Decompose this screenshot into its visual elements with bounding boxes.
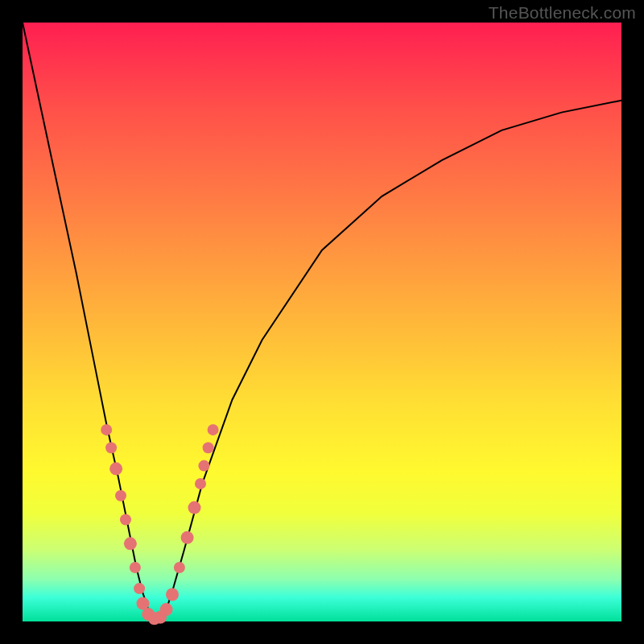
bead-marker [203, 442, 214, 453]
bead-marker [181, 531, 194, 544]
bead-marker [174, 562, 185, 573]
bead-marker [105, 442, 117, 453]
bead-marker [120, 514, 131, 526]
bead-marker [188, 502, 201, 514]
bead-marker [134, 583, 145, 594]
bead-marker [130, 562, 141, 573]
chart-frame: TheBottleneck.com [0, 0, 644, 644]
bottleneck-curve [23, 23, 621, 621]
bead-marker [101, 424, 112, 436]
bead-marker [115, 490, 126, 502]
bead-marker [208, 424, 219, 436]
bead-marker [124, 537, 137, 550]
bead-marker [166, 588, 179, 601]
bead-markers [101, 424, 218, 625]
curve-svg [23, 23, 621, 621]
plot-area [23, 23, 621, 621]
bead-marker [109, 462, 122, 475]
bead-marker [195, 478, 206, 489]
watermark-text: TheBottleneck.com [489, 3, 636, 23]
bead-marker [160, 603, 173, 616]
bead-marker [198, 460, 209, 472]
